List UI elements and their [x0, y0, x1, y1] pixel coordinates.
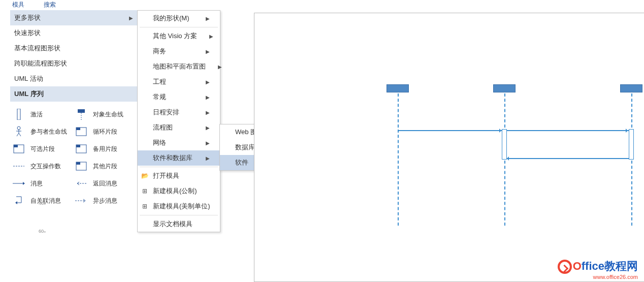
execution-2[interactable] [502, 129, 507, 160]
execution-3[interactable] [629, 129, 634, 160]
menu-network[interactable]: 网络▶ [138, 135, 220, 150]
menu-open-stencil[interactable]: 📂打开模具 [138, 168, 220, 183]
self-message-icon [12, 195, 25, 206]
sequence-object-2[interactable] [493, 84, 516, 92]
svg-rect-9 [76, 128, 80, 130]
menu-separator [140, 167, 218, 167]
logo-url: www.office26.com [558, 274, 638, 280]
drawing-canvas[interactable] [244, 0, 644, 282]
svg-marker-20 [15, 201, 17, 204]
chevron-right-icon: ▶ [129, 15, 133, 21]
menu-other-visio[interactable]: 其他 Visio 方案▶ [138, 28, 220, 44]
message-2-3[interactable] [505, 130, 629, 131]
drawing-page[interactable] [254, 13, 644, 282]
menu-map[interactable]: 地图和平面布置图▶ [138, 59, 220, 74]
svg-marker-18 [23, 182, 25, 185]
lifeline-1[interactable] [398, 93, 399, 226]
logo-icon [558, 260, 572, 274]
opt-fragment-icon [12, 143, 25, 154]
operand-icon [12, 161, 25, 172]
shape-message[interactable]: 消息 [12, 178, 73, 189]
menu-separator [140, 27, 218, 27]
menu-separator [140, 215, 218, 215]
svg-rect-1 [78, 109, 85, 113]
sidebar-item-cross-flow[interactable]: 跨职能流程图形状 [10, 56, 137, 71]
sidebar-item-quick[interactable]: 快速形状 [10, 25, 137, 41]
shape-opt-fragment[interactable]: 可选片段 [12, 143, 73, 154]
actor-lifeline-icon [12, 126, 25, 137]
menu-business[interactable]: 商务▶ [138, 44, 220, 59]
shapes-sidebar: 更多形状 ▶ 快速形状 基本流程图形状 跨职能流程图形状 UML 活动 UML … [10, 10, 137, 213]
svg-line-7 [19, 133, 21, 136]
menu-new-stencil-metric[interactable]: ⊞新建模具(公制) [138, 183, 220, 199]
sequence-object-3[interactable] [620, 84, 642, 92]
svg-rect-13 [76, 145, 80, 147]
tab-search[interactable]: 搜索 [42, 0, 58, 11]
message-icon [12, 178, 25, 189]
grid-icon: ⊞ [141, 203, 149, 210]
ruler-tick-40: 40 [39, 201, 44, 206]
menu-show-doc-stencil[interactable]: 显示文档模具 [138, 216, 220, 232]
ruler-tick-60: 60 [39, 229, 44, 234]
message-1-2[interactable] [398, 130, 503, 131]
return-message-icon [75, 178, 88, 189]
more-shapes-menu: 我的形状(M)▶ 其他 Visio 方案▶ 商务▶ 地图和平面布置图▶ 工程▶ … [137, 10, 220, 232]
other-fragment-icon [75, 161, 88, 172]
svg-rect-0 [17, 109, 20, 120]
svg-point-3 [17, 127, 20, 130]
shape-other-fragment[interactable]: 其他片段 [75, 161, 135, 172]
menu-new-stencil-us[interactable]: ⊞新建模具(美制单位) [138, 199, 220, 214]
sidebar-item-uml-sequence[interactable]: UML 序列 [10, 86, 137, 102]
menu-my-shapes[interactable]: 我的形状(M)▶ [138, 11, 220, 26]
svg-rect-16 [76, 162, 80, 165]
sidebar-item-label: 更多形状 [14, 13, 41, 22]
alt-fragment-icon [75, 143, 88, 154]
tab-stencils[interactable]: 模具 [10, 0, 26, 11]
shape-async-message[interactable]: 异步消息 [75, 195, 135, 206]
async-message-icon [75, 195, 88, 206]
site-logo: Office教程网 www.office26.com [558, 260, 638, 280]
shape-actor-lifeline[interactable]: 参与者生命线 [12, 126, 73, 137]
return-3-2[interactable] [505, 158, 629, 159]
menu-schedule[interactable]: 日程安排▶ [138, 105, 220, 120]
svg-line-6 [17, 133, 19, 136]
shape-loop-fragment[interactable]: 循环片段 [75, 126, 135, 137]
chevron-right-icon: ▶ [206, 16, 210, 21]
svg-rect-11 [14, 145, 18, 147]
object-lifeline-icon [75, 109, 88, 120]
menu-engineering[interactable]: 工程▶ [138, 74, 220, 89]
shape-palette: 激活 对象生命线 参与者生命线 循环片段 可选片段 [10, 102, 137, 213]
sequence-object-1[interactable] [387, 84, 409, 92]
menu-software-db[interactable]: 软件和数据库▶ [138, 150, 220, 166]
loop-fragment-icon [75, 126, 88, 137]
sidebar-item-basic-flow[interactable]: 基本流程图形状 [10, 41, 137, 56]
shape-return-message[interactable]: 返回消息 [75, 178, 135, 189]
shape-alt-fragment[interactable]: 备用片段 [75, 143, 135, 154]
sidebar-item-uml-activity[interactable]: UML 活动 [10, 71, 137, 86]
shape-activation[interactable]: 激活 [12, 109, 73, 120]
menu-general[interactable]: 常规▶ [138, 89, 220, 105]
activation-icon [12, 109, 25, 120]
sidebar-more-shapes[interactable]: 更多形状 ▶ [10, 10, 137, 25]
shape-operand[interactable]: 交互操作数 [12, 161, 73, 172]
lifeline-3[interactable] [631, 93, 632, 226]
menu-flowchart[interactable]: 流程图▶ [138, 120, 220, 135]
grid-icon: ⊞ [141, 187, 149, 195]
folder-open-icon: 📂 [141, 172, 149, 179]
shape-object-lifeline[interactable]: 对象生命线 [75, 109, 135, 120]
